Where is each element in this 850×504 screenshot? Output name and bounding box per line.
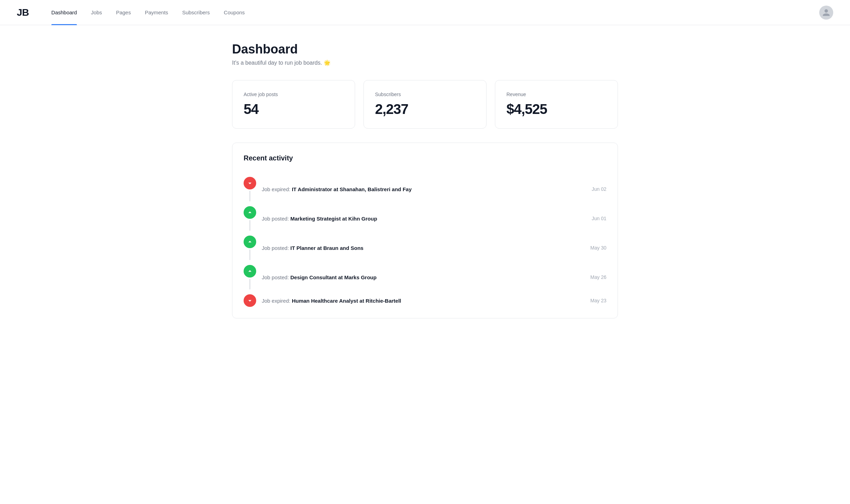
activity-date: Jun 02: [592, 186, 606, 192]
nav-link-dashboard[interactable]: Dashboard: [46, 0, 82, 25]
stat-label-active-jobs: Active job posts: [244, 92, 344, 97]
connector-line: [250, 250, 250, 260]
activity-date: May 23: [590, 298, 606, 303]
list-item: Job posted: IT Planner at Braun and Sons…: [244, 231, 606, 260]
stat-value-subscribers: 2,237: [375, 101, 475, 117]
activity-text: Job posted: IT Planner at Braun and Sons: [262, 245, 363, 251]
nav-link-payments[interactable]: Payments: [139, 0, 174, 25]
list-item: Job posted: Marketing Strategist at Kihn…: [244, 201, 606, 231]
posted-icon: [244, 236, 256, 248]
stat-label-revenue: Revenue: [506, 92, 606, 97]
list-item: Job posted: Design Consultant at Marks G…: [244, 260, 606, 289]
user-avatar[interactable]: [819, 6, 833, 20]
activity-date: May 26: [590, 274, 606, 280]
page-subtitle: It's a beautiful day to run job boards. …: [232, 59, 618, 66]
stat-card-active-jobs: Active job posts 54: [232, 80, 355, 129]
expired-icon: [244, 294, 256, 307]
nav-link-pages[interactable]: Pages: [110, 0, 137, 25]
expired-icon: [244, 177, 256, 189]
activity-date: May 30: [590, 245, 606, 251]
page-title: Dashboard: [232, 42, 618, 57]
main-content: Dashboard It's a beautiful day to run jo…: [215, 25, 635, 335]
stat-label-subscribers: Subscribers: [375, 92, 475, 97]
nav-link-jobs[interactable]: Jobs: [85, 0, 108, 25]
nav-link-coupons[interactable]: Coupons: [218, 0, 250, 25]
connector-line: [250, 279, 250, 289]
stat-value-revenue: $4,525: [506, 101, 606, 117]
list-item: Job expired: Human Healthcare Analyst at…: [244, 289, 606, 307]
stats-grid: Active job posts 54 Subscribers 2,237 Re…: [232, 80, 618, 129]
nav-link-subscribers[interactable]: Subscribers: [177, 0, 215, 25]
stat-card-subscribers: Subscribers 2,237: [363, 80, 487, 129]
connector-line: [250, 191, 250, 201]
activity-list: Job expired: IT Administrator at Shanaha…: [244, 172, 606, 307]
activity-card: Recent activity Job expired: IT Administ…: [232, 143, 618, 318]
nav-links: Dashboard Jobs Pages Payments Subscriber…: [46, 0, 819, 25]
stat-value-active-jobs: 54: [244, 101, 344, 117]
activity-text: Job expired: IT Administrator at Shanaha…: [262, 186, 412, 192]
activity-text: Job posted: Marketing Strategist at Kihn…: [262, 216, 377, 222]
activity-text: Job expired: Human Healthcare Analyst at…: [262, 298, 401, 304]
posted-icon: [244, 206, 256, 219]
posted-icon: [244, 265, 256, 278]
logo: JB: [17, 7, 29, 18]
activity-date: Jun 01: [592, 216, 606, 221]
activity-title: Recent activity: [244, 154, 606, 162]
list-item: Job expired: IT Administrator at Shanaha…: [244, 172, 606, 201]
stat-card-revenue: Revenue $4,525: [495, 80, 618, 129]
navbar: JB Dashboard Jobs Pages Payments Subscri…: [0, 0, 850, 25]
activity-text: Job posted: Design Consultant at Marks G…: [262, 274, 376, 280]
connector-line: [250, 220, 250, 231]
